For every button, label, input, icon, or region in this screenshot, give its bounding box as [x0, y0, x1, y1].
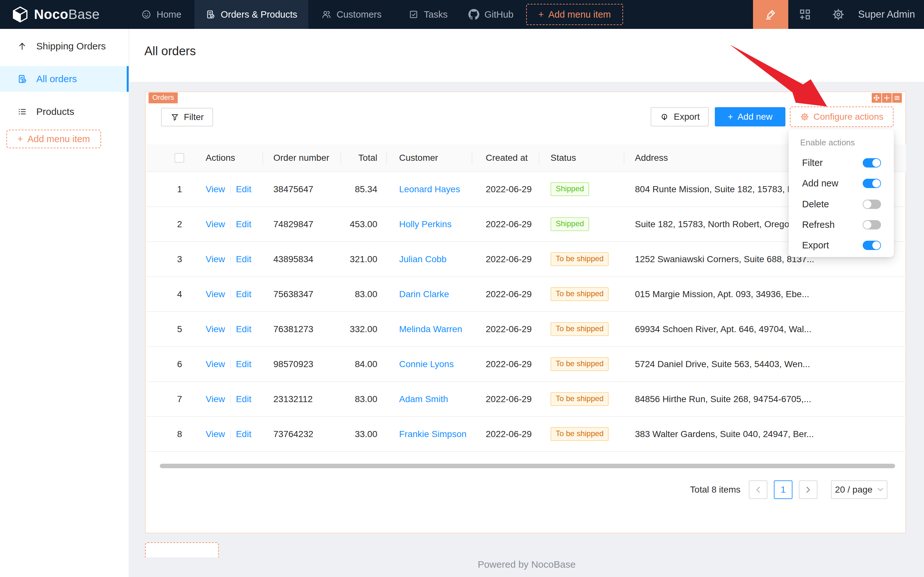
configure-actions-button[interactable]: Configure actions: [790, 106, 893, 127]
status-badge: To be shipped: [551, 322, 608, 336]
table-row: 6 ViewEdit 98570923 84.00 Connie Lyons 2…: [146, 347, 906, 382]
row-index: 2: [146, 207, 196, 242]
block-menu-icon[interactable]: [892, 93, 902, 103]
order-number-cell: 74829847: [263, 207, 341, 242]
edit-link[interactable]: Edit: [236, 394, 251, 404]
row-index: 5: [146, 312, 196, 347]
address-cell: 84856 Hirthe Run, Suite 268, 94754-6705,…: [625, 382, 906, 417]
view-link[interactable]: View: [206, 324, 225, 334]
address-cell: 5724 Daniel Drive, Suite 563, 54403, Wen…: [625, 347, 906, 382]
pagination-prev-button[interactable]: [749, 480, 768, 499]
order-number-cell: 73764232: [263, 417, 341, 451]
dropdown-item-refresh[interactable]: Refresh: [789, 214, 894, 235]
customer-link[interactable]: Connie Lyons: [399, 359, 454, 369]
sidebar-item-all-orders[interactable]: All orders: [0, 66, 129, 92]
drag-handle-icon[interactable]: [872, 93, 881, 103]
view-link[interactable]: View: [206, 219, 225, 229]
status-badge: To be shipped: [551, 392, 608, 406]
customer-link[interactable]: Julian Cobb: [399, 254, 447, 264]
edit-link[interactable]: Edit: [236, 219, 251, 229]
view-link[interactable]: View: [206, 254, 225, 264]
order-number-cell: 75638347: [263, 277, 341, 312]
view-link[interactable]: View: [206, 289, 225, 299]
row-index: 7: [146, 382, 196, 417]
order-number-cell: 38475647: [263, 172, 341, 207]
delete-toggle[interactable]: [863, 200, 881, 209]
address-cell: 383 Walter Gardens, Suite 040, 24947, Be…: [625, 417, 906, 451]
created-at-cell: 2022-06-29: [472, 242, 539, 277]
select-all-checkbox[interactable]: [174, 153, 184, 163]
customer-link[interactable]: Darin Clarke: [399, 289, 449, 299]
top-navbar: NocoBase Home Orders & Products: [0, 0, 924, 29]
ui-editor-button[interactable]: [753, 0, 788, 29]
view-link[interactable]: View: [206, 394, 225, 404]
nav-item-customers[interactable]: Customers: [321, 0, 382, 29]
sidebar-item-shipping-orders[interactable]: Shipping Orders: [0, 33, 129, 59]
block-collection-tag: Orders: [148, 92, 178, 103]
dropdown-item-filter[interactable]: Filter: [789, 152, 894, 173]
view-link[interactable]: View: [206, 429, 225, 439]
settings-button[interactable]: [822, 0, 855, 29]
highlighter-icon: [765, 8, 777, 21]
unordered-list-icon: [17, 106, 27, 117]
total-cell: 453.00: [341, 207, 387, 242]
sidebar-item-products[interactable]: Products: [0, 99, 129, 124]
add-new-button[interactable]: + Add new: [715, 107, 786, 126]
nav-item-tasks[interactable]: Tasks: [409, 0, 448, 29]
user-menu[interactable]: Super Admin: [855, 9, 924, 20]
filter-button[interactable]: Filter: [161, 108, 213, 126]
sidebar-add-menu-item-button[interactable]: + Add menu item: [6, 130, 101, 148]
nav-item-orders-products[interactable]: Orders & Products: [195, 0, 308, 29]
appstore-add-icon: [798, 8, 811, 21]
customer-link[interactable]: Frankie Simpson: [399, 429, 467, 439]
edit-link[interactable]: Edit: [236, 429, 251, 439]
nocobase-logo-icon: [11, 6, 29, 23]
view-link[interactable]: View: [206, 359, 225, 369]
customer-link[interactable]: Holly Perkins: [399, 219, 451, 229]
status-badge: To be shipped: [551, 252, 608, 266]
dropdown-item-delete[interactable]: Delete: [789, 194, 894, 214]
filter-toggle[interactable]: [863, 158, 881, 168]
cloud-download-icon: [660, 112, 669, 122]
plugin-manager-button[interactable]: [788, 0, 822, 29]
order-number-cell: 43895834: [263, 242, 341, 277]
edit-link[interactable]: Edit: [236, 359, 251, 369]
page-title: All orders: [144, 44, 196, 58]
table-row: 7 ViewEdit 23132112 83.00 Adam Smith 202…: [146, 382, 906, 417]
edit-link[interactable]: Edit: [236, 254, 251, 264]
edit-link[interactable]: Edit: [236, 184, 251, 194]
customer-link[interactable]: Leonard Hayes: [399, 184, 460, 194]
export-toggle[interactable]: [863, 241, 881, 250]
col-header-actions: Actions: [196, 144, 263, 172]
navbar-add-menu-item-button[interactable]: + Add menu item: [526, 4, 623, 25]
page-size-select[interactable]: 20 / page: [831, 480, 887, 499]
add-new-toggle[interactable]: [863, 179, 881, 188]
customer-link[interactable]: Adam Smith: [399, 394, 448, 404]
dropdown-item-export[interactable]: Export: [789, 235, 894, 255]
nocobase-logo[interactable]: NocoBase: [11, 0, 100, 29]
export-button[interactable]: Export: [650, 107, 709, 126]
block-add-icon[interactable]: [882, 93, 892, 103]
table-row: 4 ViewEdit 75638347 83.00 Darin Clarke 2…: [146, 277, 906, 312]
created-at-cell: 2022-06-29: [472, 277, 539, 312]
edit-link[interactable]: Edit: [236, 324, 251, 334]
add-block-button[interactable]: + Add block: [145, 542, 219, 558]
pagination-total: Total 8 items: [690, 485, 740, 495]
nav-item-home[interactable]: Home: [141, 0, 181, 29]
row-index: 4: [146, 277, 196, 312]
enable-actions-dropdown: Enable actions Filter Add new Delete Ref…: [789, 129, 894, 257]
view-link[interactable]: View: [206, 184, 225, 194]
page-header-band: [0, 29, 924, 82]
table-horizontal-scrollbar[interactable]: [160, 464, 895, 468]
nav-item-github[interactable]: GitHub: [468, 0, 514, 29]
pagination-next-button[interactable]: [799, 480, 818, 499]
edit-link[interactable]: Edit: [236, 289, 251, 299]
customer-link[interactable]: Melinda Warren: [399, 324, 462, 334]
status-badge: To be shipped: [551, 357, 608, 371]
plus-icon: +: [728, 112, 733, 122]
dropdown-item-add-new[interactable]: Add new: [789, 173, 894, 193]
pagination-page-1[interactable]: 1: [774, 480, 792, 499]
row-index: 6: [146, 347, 196, 382]
refresh-toggle[interactable]: [863, 220, 881, 229]
col-header-order-number: Order number: [263, 144, 341, 172]
